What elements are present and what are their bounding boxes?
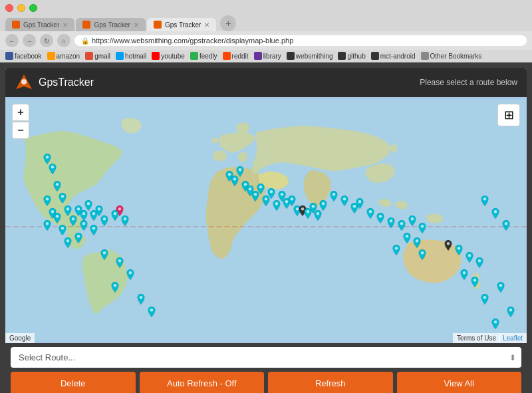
map-marker-64[interactable] xyxy=(455,245,463,255)
map-marker-50[interactable] xyxy=(340,196,348,206)
map-marker-3[interactable] xyxy=(43,196,51,206)
map-marker-39[interactable] xyxy=(273,200,281,211)
map-marker-60[interactable] xyxy=(413,237,421,248)
map-marker-47[interactable] xyxy=(314,210,322,221)
forward-button[interactable]: → xyxy=(23,34,36,47)
refresh-browser-button[interactable]: ↻ xyxy=(40,34,53,47)
map-marker-48[interactable] xyxy=(319,200,327,211)
map-marker-26[interactable] xyxy=(126,269,134,280)
map-marker-0[interactable] xyxy=(43,154,51,164)
bookmark-websmithing[interactable]: websmithing xyxy=(287,52,333,60)
select-route-dropdown[interactable]: Select Route... xyxy=(16,347,509,368)
url-box[interactable]: 🔒 https://www.websmithing.com/gpstracker… xyxy=(74,35,527,46)
close-window-button[interactable] xyxy=(5,4,13,12)
map-marker-2[interactable] xyxy=(53,181,61,192)
library-bookmark-label: library xyxy=(263,53,281,60)
map-marker-10[interactable] xyxy=(69,215,77,226)
map-marker-32[interactable] xyxy=(231,176,239,186)
bookmark-facebook[interactable]: facebook xyxy=(5,52,42,60)
map-marker-21[interactable] xyxy=(111,210,119,221)
refresh-button[interactable]: Refresh xyxy=(268,372,393,393)
map-marker-6[interactable] xyxy=(64,205,72,216)
map-marker-19[interactable] xyxy=(74,233,82,243)
bookmark-mct-android[interactable]: mct-android xyxy=(371,52,416,60)
map-marker-15[interactable] xyxy=(90,210,98,221)
bookmark-github[interactable]: github xyxy=(338,52,365,60)
browser-tab-2[interactable]: Gps Tracker ✕ xyxy=(76,18,145,31)
map-marker-8[interactable] xyxy=(43,220,51,231)
map-marker-28[interactable] xyxy=(137,294,145,305)
map-marker-55[interactable] xyxy=(387,217,395,228)
map-marker-23[interactable] xyxy=(64,237,72,248)
map-marker-42[interactable] xyxy=(288,196,296,206)
browser-tab-3[interactable]: Gps Tracker ✕ xyxy=(147,18,216,31)
bookmark-reddit[interactable]: reddit xyxy=(223,52,249,60)
map-marker-59[interactable] xyxy=(403,233,411,243)
zoom-in-button[interactable]: + xyxy=(12,104,29,121)
bookmark-feedly[interactable]: feedly xyxy=(190,52,217,60)
map-marker-67[interactable] xyxy=(460,269,468,280)
view-all-button[interactable]: View All xyxy=(397,372,522,393)
map-marker-7[interactable] xyxy=(53,213,61,223)
tab-close-2[interactable]: ✕ xyxy=(134,21,139,29)
map-marker-66[interactable] xyxy=(475,257,483,268)
back-button[interactable]: ← xyxy=(5,34,19,47)
map-marker-9[interactable] xyxy=(59,225,66,235)
bookmark-gmail[interactable]: gmail xyxy=(85,52,110,60)
bookmark-youtube[interactable]: youtube xyxy=(152,52,185,60)
map-marker-73[interactable] xyxy=(481,294,489,305)
map-marker-61[interactable] xyxy=(392,245,400,255)
app-header: GpsTracker Please select a route below xyxy=(5,68,527,97)
map-marker-18[interactable] xyxy=(90,225,98,235)
tab-close-3[interactable]: ✕ xyxy=(204,21,209,29)
zoom-out-button[interactable]: − xyxy=(12,122,29,139)
map-marker-25[interactable] xyxy=(116,257,124,268)
map-marker-72[interactable] xyxy=(497,282,505,293)
map-marker-24[interactable] xyxy=(100,249,108,260)
map-marker-12[interactable] xyxy=(74,205,82,216)
map-marker-38[interactable] xyxy=(262,196,270,206)
map-marker-69[interactable] xyxy=(481,196,489,206)
map-marker-65[interactable] xyxy=(466,252,473,263)
map-marker-36[interactable] xyxy=(257,184,265,194)
minimize-window-button[interactable] xyxy=(17,4,25,12)
tab-close-1[interactable]: ✕ xyxy=(63,21,68,29)
map-marker-54[interactable] xyxy=(376,213,384,223)
map-marker-5[interactable] xyxy=(59,193,66,203)
map-marker-75[interactable] xyxy=(491,319,499,329)
map-marker-27[interactable] xyxy=(111,282,119,293)
map-marker-62[interactable] xyxy=(418,249,426,260)
map-marker-68[interactable] xyxy=(471,277,479,287)
map-marker-29[interactable] xyxy=(148,307,156,317)
bookmark-hotmail[interactable]: hotmail xyxy=(116,52,146,60)
map-marker-1[interactable] xyxy=(49,164,57,174)
map-marker-71[interactable] xyxy=(502,220,510,231)
map-layers-button[interactable]: ⊞ xyxy=(497,104,520,126)
map-marker-57[interactable] xyxy=(408,215,416,226)
delete-button[interactable]: Delete xyxy=(11,372,136,393)
map-marker-53[interactable] xyxy=(366,208,374,219)
auto-refresh-button[interactable]: Auto Refresh - Off xyxy=(140,372,265,393)
bookmark-library[interactable]: library xyxy=(254,52,281,60)
map-marker-13[interactable] xyxy=(84,200,92,211)
home-button[interactable]: ⌂ xyxy=(57,34,70,47)
map-marker-56[interactable] xyxy=(398,220,406,231)
leaflet-link[interactable]: Leaflet xyxy=(503,334,523,342)
map-marker-74[interactable] xyxy=(507,307,515,317)
bookmark-Other Bookmarks[interactable]: Other Bookmarks xyxy=(421,52,482,60)
bookmark-amazon[interactable]: amazon xyxy=(47,52,80,60)
map-marker-17[interactable] xyxy=(80,220,88,231)
map-marker-16[interactable] xyxy=(100,215,108,226)
tab-favicon-3 xyxy=(154,21,162,29)
map-marker-52[interactable] xyxy=(356,198,364,209)
svg-point-22 xyxy=(92,227,95,230)
map-marker-31[interactable] xyxy=(236,166,244,177)
map-marker-63[interactable] xyxy=(444,240,452,251)
fullscreen-window-button[interactable] xyxy=(29,4,37,12)
new-tab-button[interactable]: + xyxy=(220,15,236,31)
map-marker-49[interactable] xyxy=(330,191,338,201)
map-marker-58[interactable] xyxy=(418,223,426,233)
map-marker-22[interactable] xyxy=(121,215,129,226)
browser-tab-1[interactable]: Gps Tracker ✕ xyxy=(5,18,74,31)
map-marker-70[interactable] xyxy=(491,208,499,219)
